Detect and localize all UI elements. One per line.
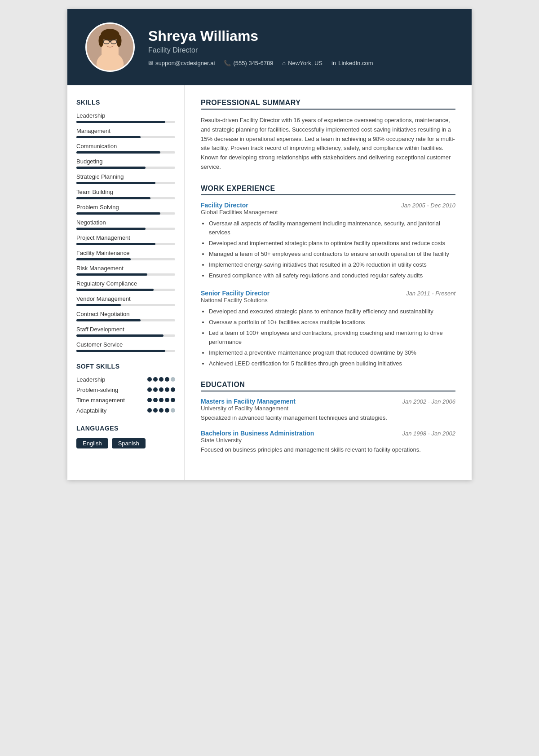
skill-name: Management — [76, 127, 175, 134]
education-item: Bachelors in Business Administration Jan… — [201, 430, 455, 454]
skill-fill — [76, 304, 121, 306]
filled-dot — [171, 387, 175, 392]
lang-tags: EnglishSpanish — [76, 438, 175, 448]
skill-fill — [76, 319, 141, 321]
skill-fill — [76, 167, 146, 169]
dots — [147, 408, 175, 413]
job-dates: Jan 2011 - Present — [406, 290, 455, 297]
phone-contact: 📞 (555) 345-6789 — [224, 60, 273, 66]
dots — [147, 398, 175, 402]
soft-skills-list: Leadership Problem-solving Time manageme… — [76, 376, 175, 414]
filled-dot — [165, 387, 169, 392]
filled-dot — [171, 398, 175, 402]
skill-bar — [76, 350, 175, 352]
summary-title: PROFESSIONAL SUMMARY — [201, 99, 455, 110]
skills-section-title: SKILLS — [76, 99, 175, 106]
skill-name: Project Management — [76, 234, 175, 241]
filled-dot — [165, 398, 169, 402]
skill-bar — [76, 228, 175, 230]
job-item: Facility Director Jan 2005 - Dec 2010 Gl… — [201, 202, 455, 281]
list-item: Developed and implemented strategic plan… — [209, 239, 455, 248]
soft-skill-name: Problem-solving — [76, 387, 147, 393]
skill-fill — [76, 151, 160, 154]
list-item: Oversaw a portfolio of 10+ facilities ac… — [209, 318, 455, 327]
avatar — [85, 22, 135, 72]
skill-fill — [76, 212, 160, 215]
skill-fill — [76, 334, 163, 337]
skill-fill — [76, 121, 165, 123]
filled-dot — [153, 398, 158, 402]
job-dates: Jan 2005 - Dec 2010 — [401, 202, 455, 209]
skill-name: Communication — [76, 143, 175, 149]
dots — [147, 387, 175, 392]
linkedin-contact: in LinkedIn.com — [331, 60, 373, 66]
candidate-name: Shreya Williams — [148, 28, 373, 44]
skill-bar — [76, 258, 175, 260]
filled-dot — [153, 387, 158, 392]
skill-fill — [76, 258, 131, 260]
edu-school: State University — [201, 437, 455, 444]
soft-skill-item: Problem-solving — [76, 387, 175, 393]
skill-bar — [76, 136, 175, 138]
list-item: Implemented energy-saving initiatives th… — [209, 260, 455, 269]
filled-dot — [147, 408, 152, 413]
skill-bar — [76, 334, 175, 337]
filled-dot — [153, 377, 158, 382]
svg-point-6 — [98, 35, 103, 47]
skill-bar — [76, 121, 175, 123]
skill-name: Risk Management — [76, 265, 175, 272]
skill-fill — [76, 273, 147, 276]
soft-skill-item: Adaptability — [76, 407, 175, 414]
filled-dot — [147, 387, 152, 392]
skill-bar — [76, 304, 175, 306]
languages-section-title: LANGUAGES — [76, 425, 175, 432]
edu-degree: Bachelors in Business Administration — [201, 430, 314, 437]
svg-rect-4 — [102, 46, 119, 58]
list-item: Oversaw all aspects of facility manageme… — [209, 219, 455, 237]
skill-name: Vendor Management — [76, 295, 175, 302]
list-item: Achieved LEED certification for 5 facili… — [209, 359, 455, 368]
skill-fill — [76, 289, 154, 291]
edu-school: University of Facility Management — [201, 405, 455, 412]
phone-icon: 📞 — [224, 60, 231, 66]
education-item: Masters in Facility Management Jan 2002 … — [201, 398, 455, 422]
skill-item: Regulatory Compliance — [76, 280, 175, 291]
jobs-list: Facility Director Jan 2005 - Dec 2010 Gl… — [201, 202, 455, 369]
skills-list: Leadership Management Communication Budg… — [76, 112, 175, 352]
summary-text: Results-driven Facility Director with 16… — [201, 116, 455, 172]
edu-desc: Focused on business principles and manag… — [201, 445, 455, 454]
filled-dot — [159, 398, 163, 402]
skill-name: Team Building — [76, 189, 175, 195]
language-tag: English — [76, 438, 108, 448]
sidebar: SKILLS Leadership Management Communicati… — [67, 85, 184, 480]
header-info: Shreya Williams Facility Director ✉ supp… — [148, 28, 373, 66]
skill-fill — [76, 243, 155, 245]
header-contacts: ✉ support@cvdesigner.ai 📞 (555) 345-6789… — [148, 60, 373, 66]
job-title: Senior Facility Director — [201, 290, 270, 297]
edu-header: Bachelors in Business Administration Jan… — [201, 430, 455, 437]
location-contact: ⌂ NewYork, US — [282, 60, 323, 66]
skill-name: Staff Development — [76, 326, 175, 333]
skill-item: Budgeting — [76, 158, 175, 169]
skill-bar — [76, 197, 175, 199]
job-company: National Facility Solutions — [201, 297, 455, 303]
candidate-title: Facility Director — [148, 46, 373, 54]
skill-fill — [76, 136, 141, 138]
job-item: Senior Facility Director Jan 2011 - Pres… — [201, 290, 455, 369]
work-title: WORK EXPERIENCE — [201, 185, 455, 195]
skill-item: Management — [76, 127, 175, 138]
location-icon: ⌂ — [282, 60, 286, 66]
skill-item: Vendor Management — [76, 295, 175, 306]
skill-bar — [76, 289, 175, 291]
filled-dot — [159, 377, 163, 382]
job-title: Facility Director — [201, 202, 248, 209]
skill-bar — [76, 243, 175, 245]
list-item: Developed and executed strategic plans t… — [209, 307, 455, 316]
empty-dot — [171, 408, 175, 413]
language-tag: Spanish — [112, 438, 146, 448]
skill-item: Strategic Planning — [76, 173, 175, 184]
edu-desc: Specialized in advanced facility managem… — [201, 413, 455, 422]
skill-item: Problem Solving — [76, 204, 175, 215]
empty-dot — [171, 377, 175, 382]
body: SKILLS Leadership Management Communicati… — [67, 85, 472, 480]
